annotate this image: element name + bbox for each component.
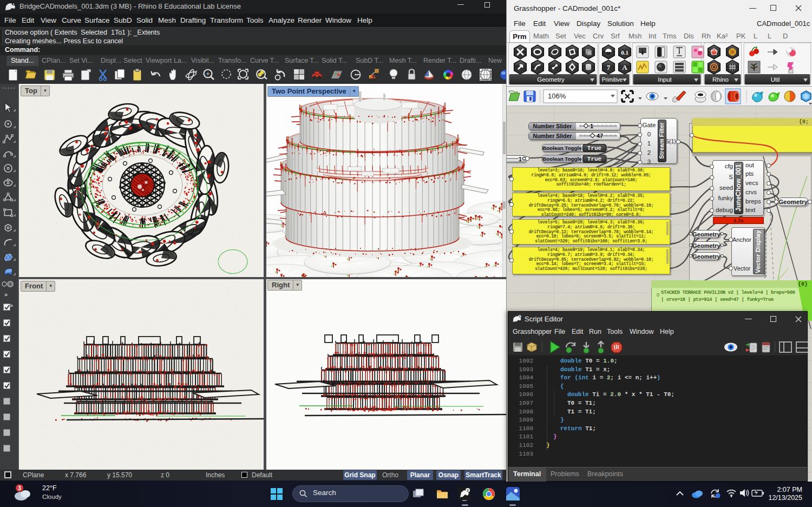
svg-text:Rhino: Rhino bbox=[712, 76, 729, 83]
svg-text:Util: Util bbox=[771, 76, 780, 83]
svg-text:Primitive: Primitive bbox=[602, 77, 623, 83]
svg-text:106%: 106% bbox=[548, 92, 566, 100]
svg-text:7: 7 bbox=[607, 63, 611, 71]
svg-text:8: 8 bbox=[467, 489, 469, 492]
svg-text:Input: Input bbox=[658, 76, 672, 83]
svg-text:0.1: 0.1 bbox=[621, 49, 628, 56]
svg-text:+: + bbox=[206, 71, 209, 77]
svg-text:Geometry: Geometry bbox=[537, 76, 565, 83]
svg-text:8: 8 bbox=[519, 315, 520, 318]
svg-text:A: A bbox=[622, 63, 627, 71]
svg-text:3: 3 bbox=[18, 485, 21, 491]
